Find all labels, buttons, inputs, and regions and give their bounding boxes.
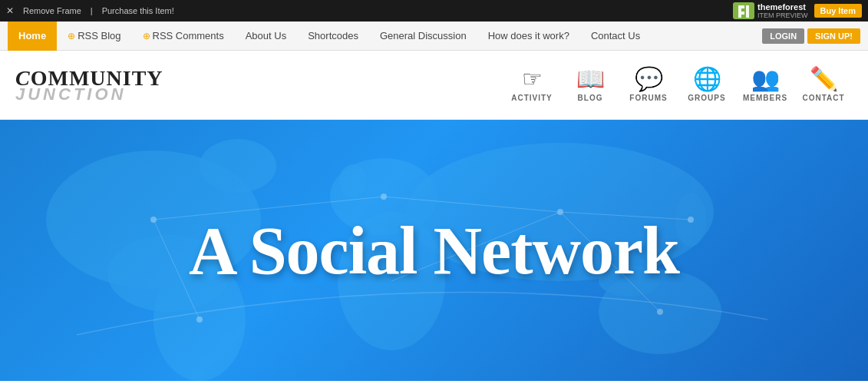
tf-brand: themeforest ITEM PREVIEW [757,2,808,19]
rss-icon-comments: ⊕ [143,31,150,41]
groups-icon-item[interactable]: 🌐 Groups [678,61,736,108]
contact-label: Contact [802,94,844,102]
nav-item-discussion[interactable]: General Discussion [369,22,477,51]
forums-label: Forums [629,94,667,102]
activity-label: Activity [511,94,553,102]
members-icon: 👥 [751,68,780,91]
nav-item-shortcodes[interactable]: Shortcodes [297,22,369,51]
rss-icon-blog: ⊕ [68,31,75,41]
header-bar: Community Junction ☞ Activity 📖 Blog 💬 F… [0,51,868,120]
nav-item-how[interactable]: How does it work? [477,22,580,51]
separator: | [91,6,93,15]
nav-rss-comments-label: RSS Comments [153,30,224,41]
close-icon[interactable]: ✕ [6,5,14,16]
login-button[interactable]: LOGIN [762,28,804,44]
members-label: Members [743,94,787,102]
remove-frame-link[interactable]: Remove Frame [23,6,81,15]
svg-point-22 [657,309,663,315]
groups-icon: 🌐 [693,68,721,91]
groups-label: Groups [688,94,725,102]
forums-icon: 💬 [635,68,663,91]
svg-line-12 [384,197,560,212]
blog-icon: 📖 [576,68,605,91]
blog-icon-item[interactable]: 📖 Blog [561,61,619,108]
forums-icon-item[interactable]: 💬 Forums [619,61,678,108]
blog-label: Blog [578,94,603,102]
nav-auth: LOGIN SIGN UP! [762,28,860,44]
logo-junction: Junction [15,86,163,103]
nav-item-home[interactable]: Home [8,22,57,51]
nav-item-rss-blog[interactable]: ⊕ RSS Blog [57,22,131,51]
purchase-link[interactable]: Purchase this Item! [102,6,174,15]
svg-point-21 [196,316,203,323]
members-icon-item[interactable]: 👥 Members [736,61,794,108]
themeforest-logo: themeforest ITEM PREVIEW [733,2,808,19]
hero-headline: A Social Network [158,212,710,290]
site-logo: Community Junction [15,68,163,103]
signup-button[interactable]: SIGN UP! [807,28,860,44]
nav-item-about[interactable]: About Us [235,22,297,51]
tf-icon [733,2,754,19]
activity-icon: ☞ [522,68,543,91]
tf-brand-name: themeforest [757,2,808,12]
header-icons: ☞ Activity 📖 Blog 💬 Forums 🌐 Groups 👥 Me… [503,61,853,108]
admin-bar-right: themeforest ITEM PREVIEW Buy Item [733,2,862,19]
hero-section: A Social Network [0,120,868,381]
nav-item-contact[interactable]: Contact Us [580,22,651,51]
nav-item-rss-comments[interactable]: ⊕ RSS Comments [132,22,235,51]
svg-point-18 [381,194,387,200]
svg-point-17 [150,217,157,223]
nav-rss-blog-label: RSS Blog [78,30,120,41]
activity-icon-item[interactable]: ☞ Activity [503,61,561,108]
tf-brand-sub: ITEM PREVIEW [757,12,808,19]
admin-bar: ✕ Remove Frame | Purchase this Item! the… [0,0,868,22]
buy-item-button[interactable]: Buy Item [814,4,862,18]
contact-icon-item[interactable]: ✏️ Contact [794,61,853,108]
contact-icon: ✏️ [810,68,838,91]
nav-bar: Home ⊕ RSS Blog ⊕ RSS Comments About Us … [0,22,868,51]
admin-bar-left: ✕ Remove Frame | Purchase this Item! [6,5,174,16]
